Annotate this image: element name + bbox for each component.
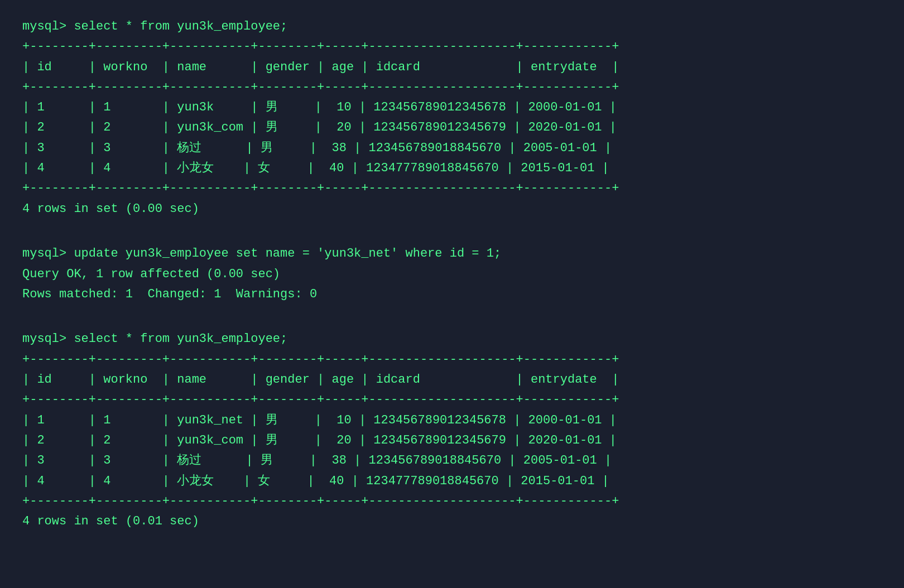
block1-command: mysql> select * from yun3k_employee; [22, 17, 882, 37]
block1-sep3: +--------+---------+-----------+--------… [22, 179, 882, 199]
block1-section: mysql> select * from yun3k_employee; +--… [22, 17, 882, 219]
block3-sep1: +--------+---------+-----------+--------… [22, 350, 882, 370]
block1-row-0: | 1 | 1 | yun3k | 男 | 10 | 1234567890123… [22, 98, 882, 118]
block2-line1: Query OK, 1 row affected (0.00 sec) [22, 264, 882, 285]
block2-command: mysql> update yun3k_employee set name = … [22, 244, 882, 264]
block1-header: | id | workno | name | gender | age | id… [22, 57, 882, 78]
block2-line2: Rows matched: 1 Changed: 1 Warnings: 0 [22, 285, 882, 305]
empty-line-2 [22, 309, 882, 329]
block1-result: 4 rows in set (0.00 sec) [22, 199, 882, 219]
block3-row-2: | 3 | 3 | 杨过 | 男 | 38 | 1234567890188456… [22, 451, 882, 471]
block3-result: 4 rows in set (0.01 sec) [22, 512, 882, 532]
block1-sep2: +--------+---------+-----------+--------… [22, 78, 882, 98]
block3-section: mysql> select * from yun3k_employee; +--… [22, 329, 882, 532]
terminal: mysql> select * from yun3k_employee; +--… [22, 17, 882, 532]
block3-row-0: | 1 | 1 | yun3k_net | 男 | 10 | 123456789… [22, 411, 882, 431]
block1-sep1: +--------+---------+-----------+--------… [22, 37, 882, 57]
block3-sep2: +--------+---------+-----------+--------… [22, 390, 882, 410]
block1-row-2: | 3 | 3 | 杨过 | 男 | 38 | 1234567890188456… [22, 138, 882, 158]
block3-row-3: | 4 | 4 | 小龙女 | 女 | 40 | 123477789018845… [22, 471, 882, 491]
empty-line-1 [22, 224, 882, 244]
block3-header: | id | workno | name | gender | age | id… [22, 370, 882, 390]
block1-row-1: | 2 | 2 | yun3k_com | 男 | 20 | 123456789… [22, 118, 882, 138]
block2-section: mysql> update yun3k_employee set name = … [22, 244, 882, 305]
block3-sep3: +--------+---------+-----------+--------… [22, 491, 882, 512]
block1-row-3: | 4 | 4 | 小龙女 | 女 | 40 | 123477789018845… [22, 158, 882, 179]
block3-row-1: | 2 | 2 | yun3k_com | 男 | 20 | 123456789… [22, 431, 882, 451]
block3-command: mysql> select * from yun3k_employee; [22, 329, 882, 349]
